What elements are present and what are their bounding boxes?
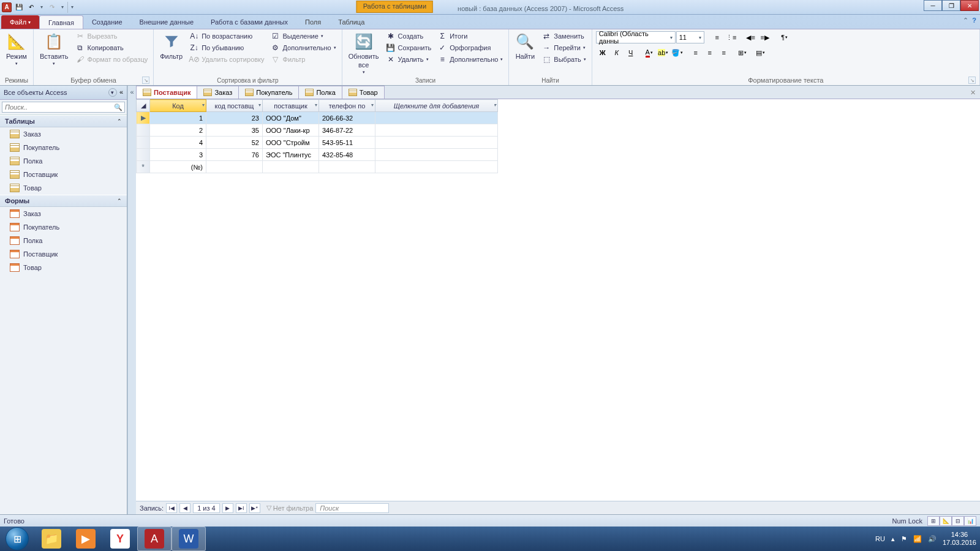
column-header[interactable]: телефон по▾ (319, 100, 375, 112)
row-selector[interactable] (137, 124, 150, 137)
document-tab[interactable]: Заказ (197, 86, 239, 99)
gridlines-button[interactable]: ⊞▾ (736, 46, 749, 59)
sort-asc-button[interactable]: A↓По возрастанию (187, 31, 266, 42)
new-record-button[interactable]: ✱Создать (384, 31, 434, 42)
search-input[interactable] (2, 102, 112, 112)
minimize-button[interactable]: ─ (924, 0, 942, 11)
cell[interactable]: ЭОС "Плинтус (263, 149, 319, 161)
highlight-button[interactable]: ab▾ (657, 46, 670, 59)
nav-table-item[interactable]: Заказ (0, 127, 127, 141)
search-icon[interactable]: 🔍 (112, 102, 124, 112)
cell[interactable]: (№) (150, 161, 206, 173)
cell[interactable]: 35 (206, 124, 263, 137)
advanced-filter-button[interactable]: ⚙Дополнительно▾ (269, 42, 338, 53)
undo-icon[interactable]: ↶ (26, 2, 37, 13)
italic-button[interactable]: К (610, 46, 624, 59)
align-center-button[interactable]: ≡ (703, 46, 717, 59)
close-tab-button[interactable]: ✕ (968, 88, 978, 97)
cell[interactable]: 3 (150, 149, 206, 161)
document-tab[interactable]: Товар (342, 86, 385, 99)
font-combo[interactable]: Calibri (Область данны▾ (596, 31, 676, 43)
restore-button[interactable]: ❐ (942, 0, 960, 11)
clear-sort-button[interactable]: A⊘Удалить сортировку (187, 54, 266, 65)
nav-table-item[interactable]: Покупатель (0, 141, 127, 154)
document-tab[interactable]: Покупатель (238, 86, 299, 99)
nav-section-forms[interactable]: Формы⌃ (0, 195, 127, 207)
paste-button[interactable]: 📋 Вставить▾ (37, 31, 71, 67)
cell[interactable]: 206-66-32 (319, 112, 375, 124)
cell[interactable] (375, 149, 498, 161)
nav-form-item[interactable]: Полка (0, 234, 127, 247)
redo-dropdown-icon[interactable]: ▾ (59, 2, 66, 13)
sort-desc-button[interactable]: Z↓По убыванию (187, 42, 266, 53)
nav-filter-icon[interactable]: ▾ (108, 88, 117, 97)
save-icon[interactable]: 💾 (13, 2, 24, 13)
nav-header[interactable]: Все объекты Access ▾« (0, 86, 127, 100)
taskbar-explorer[interactable]: 📁 (34, 527, 69, 551)
cell[interactable]: 1 (150, 112, 206, 124)
minimize-ribbon-icon[interactable]: ⌃ (963, 17, 968, 24)
taskbar-access[interactable]: A (137, 527, 172, 551)
toggle-filter-button[interactable]: ▽Фильтр (269, 54, 338, 65)
taskbar-media-player[interactable]: ▶ (69, 527, 103, 551)
undo-dropdown-icon[interactable]: ▾ (38, 2, 45, 13)
pivot-view-shortcut[interactable]: ⊟ (952, 516, 964, 526)
clock[interactable]: 14:3617.03.2016 (943, 531, 976, 547)
format-painter-button[interactable]: 🖌Формат по образцу (74, 54, 150, 65)
tab-table[interactable]: Таблица (330, 15, 373, 29)
table-row[interactable]: 452ООО "Стройм543-95-11 (137, 137, 498, 149)
prev-record-button[interactable]: ◀ (179, 503, 190, 513)
document-tab[interactable]: Полка (298, 86, 342, 99)
nav-table-item[interactable]: Поставщик (0, 168, 127, 181)
cell[interactable]: ООО "Стройм (263, 137, 319, 149)
column-header[interactable]: код поставщ▾ (206, 100, 263, 112)
cell[interactable]: 52 (206, 137, 263, 149)
formatting-dialog-icon[interactable]: ↘ (968, 77, 976, 84)
language-indicator[interactable]: RU (875, 535, 885, 542)
cell[interactable]: 543-95-11 (319, 137, 375, 149)
chart-view-shortcut[interactable]: 📊 (964, 516, 976, 526)
fill-color-button[interactable]: 🪣▾ (671, 46, 684, 59)
table-row[interactable]: ▶123ООО "Дом"206-66-32 (137, 112, 498, 124)
tray-arrow-icon[interactable]: ▴ (891, 535, 895, 543)
clipboard-dialog-icon[interactable]: ↘ (142, 77, 149, 84)
cell[interactable] (375, 124, 498, 137)
increase-indent-button[interactable]: ≡▶ (758, 31, 772, 44)
record-search-input[interactable]: Поиск (315, 503, 389, 513)
replace-button[interactable]: ⇄Заменить (540, 31, 587, 42)
datasheet-view-shortcut[interactable]: ⊞ (927, 516, 940, 526)
find-button[interactable]: 🔍 Найти (513, 31, 537, 61)
cell[interactable]: 346-87-22 (319, 124, 375, 137)
numbering-button[interactable]: ⋮≡ (725, 31, 738, 44)
bold-button[interactable]: Ж (596, 46, 609, 59)
nav-table-item[interactable]: Полка (0, 154, 127, 168)
table-row[interactable]: 235ООО "Лаки-кр346-87-22 (137, 124, 498, 137)
nav-form-item[interactable]: Заказ (0, 207, 127, 220)
last-record-button[interactable]: ▶I (236, 503, 247, 513)
cell[interactable] (375, 161, 498, 173)
cell[interactable] (375, 112, 498, 124)
column-header[interactable]: поставщик▾ (263, 100, 319, 112)
qat-customize-icon[interactable]: ▾ (67, 2, 75, 13)
cut-button[interactable]: ✂Вырезать (74, 31, 150, 42)
volume-icon[interactable]: 🔊 (928, 535, 937, 543)
cell[interactable]: ООО "Лаки-кр (263, 124, 319, 137)
cell[interactable]: ООО "Дом" (263, 112, 319, 124)
column-dropdown-icon[interactable]: ▾ (494, 102, 496, 108)
taskbar-word[interactable]: W (172, 527, 206, 551)
shutter-bar-button[interactable]: « (127, 86, 136, 514)
copy-button[interactable]: ⧉Копировать (74, 42, 150, 53)
select-all-cell[interactable]: ◢ (137, 100, 150, 112)
cell[interactable] (375, 137, 498, 149)
tab-create[interactable]: Создание (83, 15, 131, 29)
row-selector[interactable] (137, 149, 150, 161)
network-icon[interactable]: 📶 (913, 535, 922, 543)
cell[interactable] (319, 161, 375, 173)
tab-database-tools[interactable]: Работа с базами данных (202, 15, 296, 29)
redo-icon[interactable]: ↷ (47, 2, 58, 13)
next-record-button[interactable]: ▶ (222, 503, 233, 513)
help-icon[interactable]: ? (972, 17, 976, 24)
tab-fields[interactable]: Поля (296, 15, 330, 29)
table-row[interactable]: 376ЭОС "Плинтус432-85-48 (137, 149, 498, 161)
row-selector[interactable]: ▶ (137, 112, 150, 124)
